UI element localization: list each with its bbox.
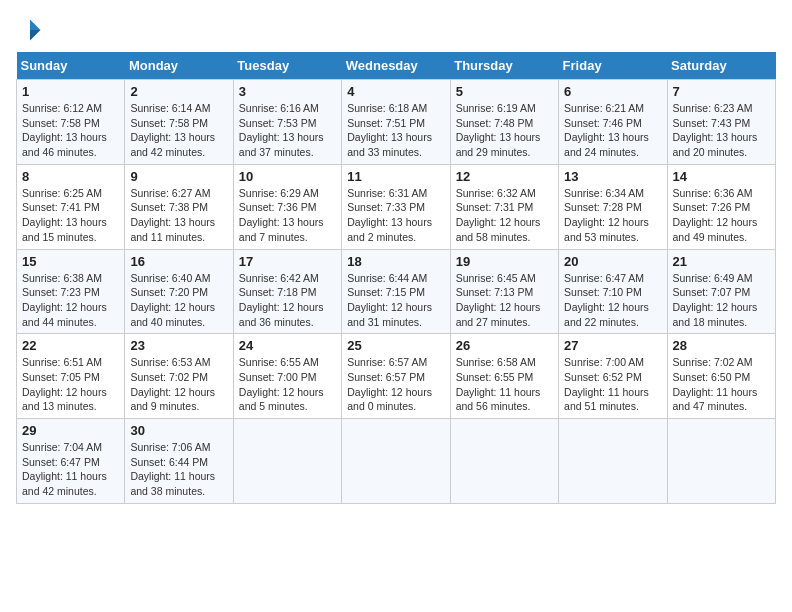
day-number: 3 bbox=[239, 84, 336, 99]
calendar-cell: 11 Sunrise: 6:31 AM Sunset: 7:33 PM Dayl… bbox=[342, 164, 450, 249]
calendar-cell: 4 Sunrise: 6:18 AM Sunset: 7:51 PM Dayli… bbox=[342, 80, 450, 165]
day-info: Sunrise: 6:12 AM Sunset: 7:58 PM Dayligh… bbox=[22, 101, 119, 160]
day-info: Sunrise: 7:04 AM Sunset: 6:47 PM Dayligh… bbox=[22, 440, 119, 499]
calendar-cell: 24 Sunrise: 6:55 AM Sunset: 7:00 PM Dayl… bbox=[233, 334, 341, 419]
calendar-cell: 19 Sunrise: 6:45 AM Sunset: 7:13 PM Dayl… bbox=[450, 249, 558, 334]
weekday-header-wednesday: Wednesday bbox=[342, 52, 450, 80]
weekday-header-tuesday: Tuesday bbox=[233, 52, 341, 80]
calendar-week-1: 1 Sunrise: 6:12 AM Sunset: 7:58 PM Dayli… bbox=[17, 80, 776, 165]
calendar-cell: 28 Sunrise: 7:02 AM Sunset: 6:50 PM Dayl… bbox=[667, 334, 775, 419]
calendar-cell: 9 Sunrise: 6:27 AM Sunset: 7:38 PM Dayli… bbox=[125, 164, 233, 249]
day-info: Sunrise: 6:21 AM Sunset: 7:46 PM Dayligh… bbox=[564, 101, 661, 160]
day-info: Sunrise: 6:36 AM Sunset: 7:26 PM Dayligh… bbox=[673, 186, 770, 245]
day-number: 5 bbox=[456, 84, 553, 99]
calendar-cell: 14 Sunrise: 6:36 AM Sunset: 7:26 PM Dayl… bbox=[667, 164, 775, 249]
calendar-cell: 16 Sunrise: 6:40 AM Sunset: 7:20 PM Dayl… bbox=[125, 249, 233, 334]
day-info: Sunrise: 6:42 AM Sunset: 7:18 PM Dayligh… bbox=[239, 271, 336, 330]
day-info: Sunrise: 6:49 AM Sunset: 7:07 PM Dayligh… bbox=[673, 271, 770, 330]
day-info: Sunrise: 6:23 AM Sunset: 7:43 PM Dayligh… bbox=[673, 101, 770, 160]
day-info: Sunrise: 6:45 AM Sunset: 7:13 PM Dayligh… bbox=[456, 271, 553, 330]
calendar-cell: 5 Sunrise: 6:19 AM Sunset: 7:48 PM Dayli… bbox=[450, 80, 558, 165]
calendar-cell: 29 Sunrise: 7:04 AM Sunset: 6:47 PM Dayl… bbox=[17, 419, 125, 504]
calendar-body: 1 Sunrise: 6:12 AM Sunset: 7:58 PM Dayli… bbox=[17, 80, 776, 504]
logo-icon bbox=[16, 16, 44, 44]
calendar-cell: 22 Sunrise: 6:51 AM Sunset: 7:05 PM Dayl… bbox=[17, 334, 125, 419]
calendar-cell bbox=[559, 419, 667, 504]
day-info: Sunrise: 6:19 AM Sunset: 7:48 PM Dayligh… bbox=[456, 101, 553, 160]
day-number: 23 bbox=[130, 338, 227, 353]
day-info: Sunrise: 6:57 AM Sunset: 6:57 PM Dayligh… bbox=[347, 355, 444, 414]
day-info: Sunrise: 6:55 AM Sunset: 7:00 PM Dayligh… bbox=[239, 355, 336, 414]
day-number: 24 bbox=[239, 338, 336, 353]
calendar-cell: 10 Sunrise: 6:29 AM Sunset: 7:36 PM Dayl… bbox=[233, 164, 341, 249]
calendar-cell bbox=[342, 419, 450, 504]
weekday-row: SundayMondayTuesdayWednesdayThursdayFrid… bbox=[17, 52, 776, 80]
calendar-cell: 26 Sunrise: 6:58 AM Sunset: 6:55 PM Dayl… bbox=[450, 334, 558, 419]
svg-marker-0 bbox=[30, 20, 41, 31]
day-info: Sunrise: 7:02 AM Sunset: 6:50 PM Dayligh… bbox=[673, 355, 770, 414]
day-number: 14 bbox=[673, 169, 770, 184]
weekday-header-monday: Monday bbox=[125, 52, 233, 80]
weekday-header-sunday: Sunday bbox=[17, 52, 125, 80]
day-number: 10 bbox=[239, 169, 336, 184]
day-number: 30 bbox=[130, 423, 227, 438]
day-info: Sunrise: 6:29 AM Sunset: 7:36 PM Dayligh… bbox=[239, 186, 336, 245]
day-info: Sunrise: 6:38 AM Sunset: 7:23 PM Dayligh… bbox=[22, 271, 119, 330]
day-number: 28 bbox=[673, 338, 770, 353]
day-info: Sunrise: 6:32 AM Sunset: 7:31 PM Dayligh… bbox=[456, 186, 553, 245]
calendar-cell bbox=[667, 419, 775, 504]
day-number: 25 bbox=[347, 338, 444, 353]
day-number: 2 bbox=[130, 84, 227, 99]
calendar-cell: 25 Sunrise: 6:57 AM Sunset: 6:57 PM Dayl… bbox=[342, 334, 450, 419]
day-info: Sunrise: 7:06 AM Sunset: 6:44 PM Dayligh… bbox=[130, 440, 227, 499]
calendar-cell: 23 Sunrise: 6:53 AM Sunset: 7:02 PM Dayl… bbox=[125, 334, 233, 419]
calendar-table: SundayMondayTuesdayWednesdayThursdayFrid… bbox=[16, 52, 776, 504]
calendar-cell bbox=[233, 419, 341, 504]
day-number: 7 bbox=[673, 84, 770, 99]
day-info: Sunrise: 6:58 AM Sunset: 6:55 PM Dayligh… bbox=[456, 355, 553, 414]
day-number: 9 bbox=[130, 169, 227, 184]
calendar-week-2: 8 Sunrise: 6:25 AM Sunset: 7:41 PM Dayli… bbox=[17, 164, 776, 249]
page-header bbox=[16, 16, 776, 44]
day-number: 17 bbox=[239, 254, 336, 269]
day-info: Sunrise: 6:53 AM Sunset: 7:02 PM Dayligh… bbox=[130, 355, 227, 414]
calendar-cell bbox=[450, 419, 558, 504]
day-number: 21 bbox=[673, 254, 770, 269]
day-info: Sunrise: 6:34 AM Sunset: 7:28 PM Dayligh… bbox=[564, 186, 661, 245]
day-number: 20 bbox=[564, 254, 661, 269]
calendar-cell: 15 Sunrise: 6:38 AM Sunset: 7:23 PM Dayl… bbox=[17, 249, 125, 334]
calendar-cell: 18 Sunrise: 6:44 AM Sunset: 7:15 PM Dayl… bbox=[342, 249, 450, 334]
day-number: 26 bbox=[456, 338, 553, 353]
day-number: 18 bbox=[347, 254, 444, 269]
calendar-cell: 20 Sunrise: 6:47 AM Sunset: 7:10 PM Dayl… bbox=[559, 249, 667, 334]
calendar-week-5: 29 Sunrise: 7:04 AM Sunset: 6:47 PM Dayl… bbox=[17, 419, 776, 504]
weekday-header-friday: Friday bbox=[559, 52, 667, 80]
day-info: Sunrise: 7:00 AM Sunset: 6:52 PM Dayligh… bbox=[564, 355, 661, 414]
weekday-header-saturday: Saturday bbox=[667, 52, 775, 80]
day-number: 16 bbox=[130, 254, 227, 269]
day-number: 29 bbox=[22, 423, 119, 438]
day-info: Sunrise: 6:31 AM Sunset: 7:33 PM Dayligh… bbox=[347, 186, 444, 245]
calendar-cell: 21 Sunrise: 6:49 AM Sunset: 7:07 PM Dayl… bbox=[667, 249, 775, 334]
day-info: Sunrise: 6:18 AM Sunset: 7:51 PM Dayligh… bbox=[347, 101, 444, 160]
calendar-cell: 8 Sunrise: 6:25 AM Sunset: 7:41 PM Dayli… bbox=[17, 164, 125, 249]
calendar-cell: 17 Sunrise: 6:42 AM Sunset: 7:18 PM Dayl… bbox=[233, 249, 341, 334]
calendar-cell: 3 Sunrise: 6:16 AM Sunset: 7:53 PM Dayli… bbox=[233, 80, 341, 165]
calendar-cell: 27 Sunrise: 7:00 AM Sunset: 6:52 PM Dayl… bbox=[559, 334, 667, 419]
day-info: Sunrise: 6:47 AM Sunset: 7:10 PM Dayligh… bbox=[564, 271, 661, 330]
day-number: 27 bbox=[564, 338, 661, 353]
calendar-cell: 6 Sunrise: 6:21 AM Sunset: 7:46 PM Dayli… bbox=[559, 80, 667, 165]
day-number: 19 bbox=[456, 254, 553, 269]
day-number: 15 bbox=[22, 254, 119, 269]
day-info: Sunrise: 6:27 AM Sunset: 7:38 PM Dayligh… bbox=[130, 186, 227, 245]
day-info: Sunrise: 6:44 AM Sunset: 7:15 PM Dayligh… bbox=[347, 271, 444, 330]
logo bbox=[16, 16, 48, 44]
day-info: Sunrise: 6:14 AM Sunset: 7:58 PM Dayligh… bbox=[130, 101, 227, 160]
day-number: 1 bbox=[22, 84, 119, 99]
day-number: 4 bbox=[347, 84, 444, 99]
calendar-header: SundayMondayTuesdayWednesdayThursdayFrid… bbox=[17, 52, 776, 80]
day-number: 12 bbox=[456, 169, 553, 184]
day-info: Sunrise: 6:51 AM Sunset: 7:05 PM Dayligh… bbox=[22, 355, 119, 414]
day-number: 6 bbox=[564, 84, 661, 99]
calendar-cell: 30 Sunrise: 7:06 AM Sunset: 6:44 PM Dayl… bbox=[125, 419, 233, 504]
